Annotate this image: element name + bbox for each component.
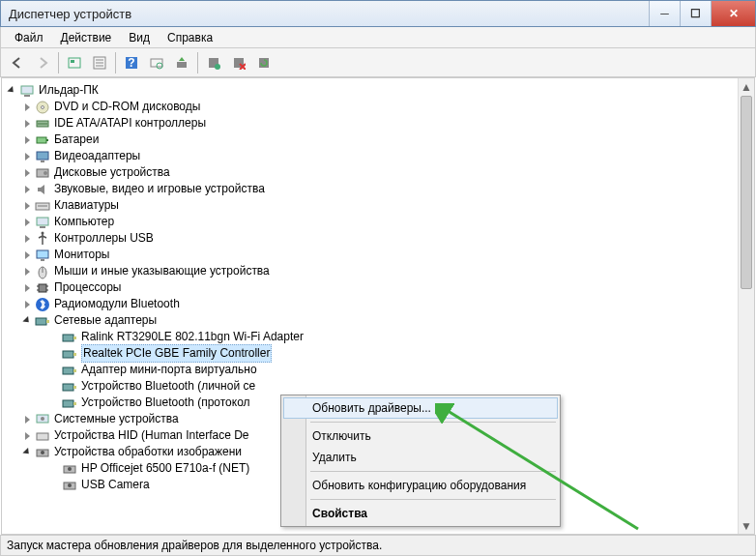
expander-icon[interactable] [21,200,33,212]
menu-file[interactable]: Файл [7,29,51,46]
tree-item[interactable]: Дисковые устройства [6,164,754,181]
menu-view[interactable]: Вид [121,29,158,46]
tree-item[interactable]: Устройство Bluetooth (личной се [6,378,754,395]
expander-icon[interactable] [21,315,33,327]
properties-button[interactable] [88,51,111,74]
ctx-delete[interactable]: Удалить [283,447,558,468]
tree-item[interactable]: Realtek PCIe GBE Family Controller [6,345,754,362]
expander-icon[interactable] [21,447,33,458]
scroll-thumb[interactable] [741,96,752,289]
svg-point-18 [42,105,44,108]
svg-rect-45 [73,337,76,339]
svg-rect-42 [36,318,46,325]
svg-rect-52 [63,400,73,407]
scroll-down-arrow[interactable]: ▼ [739,517,754,534]
svg-rect-16 [24,95,30,97]
ctx-divider [310,499,556,500]
tree-item-label: Процессоры [54,279,122,296]
svg-rect-1 [71,60,74,63]
keyboard-icon [35,198,50,214]
expander-icon[interactable] [21,184,33,195]
expander-spacer [48,348,60,360]
menu-action[interactable]: Действие [53,29,120,46]
expander-icon[interactable] [21,266,33,278]
tree-item[interactable]: Видеоадаптеры [6,148,754,164]
tree-item[interactable]: Клавиатуры [6,197,754,214]
expander-icon[interactable] [21,217,33,228]
tree-item[interactable]: Адаптер мини-порта виртуально [6,362,754,378]
svg-rect-46 [63,351,73,358]
tree-item[interactable]: Компьютер [6,214,754,230]
menu-help[interactable]: Справка [160,29,220,46]
vertical-scrollbar[interactable]: ▲ ▼ [738,78,754,534]
ctx-scan-hardware[interactable]: Обновить конфигурацию оборудования [283,475,558,496]
svg-point-12 [215,64,220,70]
back-button[interactable] [6,51,29,74]
scan-button[interactable] [145,51,168,74]
svg-rect-51 [73,386,76,389]
expander-icon[interactable] [21,233,33,245]
expander-icon[interactable] [21,134,33,146]
forward-button[interactable] [31,51,54,74]
expander-icon[interactable] [6,85,17,97]
tree-item[interactable]: IDE ATA/ATAPI контроллеры [6,115,754,132]
minimize-button[interactable]: ─ [649,1,680,26]
expander-icon[interactable] [21,282,33,294]
window-title: Диспетчер устройств [9,7,649,21]
tree-item-label: Радиомодули Bluetooth [54,296,180,312]
expander-icon[interactable] [21,299,33,310]
net-icon [62,363,77,378]
tree-item[interactable]: Мониторы [6,247,754,263]
ctx-item-label: Свойства [312,507,367,520]
refresh-button[interactable] [252,51,276,74]
ctx-update-drivers[interactable]: Обновить драйверы... [283,397,558,419]
tree-item-label: Звуковые, видео и игровые устройства [54,181,265,197]
svg-rect-32 [37,250,48,258]
context-menu: Обновить драйверы... Отключить Удалить О… [280,395,561,527]
expander-icon[interactable] [21,414,33,425]
expander-icon[interactable] [21,118,33,130]
ctx-disable[interactable]: Отключить [283,425,558,447]
maximize-button[interactable]: ☐ [680,1,711,26]
tree-item-label: Батареи [54,132,99,148]
enable-button[interactable] [202,51,225,74]
tree-item[interactable]: DVD и CD-ROM дисководы [6,99,754,115]
expander-icon[interactable] [21,249,33,261]
svg-point-60 [68,467,72,471]
tree-item[interactable]: Звуковые, видео и игровые устройства [6,181,754,197]
imaging-icon [35,445,50,460]
expander-icon[interactable] [21,102,33,113]
svg-text:?: ? [128,56,134,70]
update-driver-button[interactable] [170,51,193,74]
uninstall-button[interactable] [227,51,250,74]
tree-item-label: Видеоадаптеры [54,148,140,164]
ctx-properties[interactable]: Свойства [283,503,558,524]
tree-item[interactable]: Ralink RT3290LE 802.11bgn Wi-Fi Adapter [6,329,754,345]
svg-rect-43 [46,320,49,323]
monitor-icon [35,248,50,263]
expander-icon[interactable] [21,430,33,442]
close-button[interactable]: ✕ [711,1,755,26]
help-button[interactable]: ? [120,51,143,74]
ctx-item-label: Удалить [312,451,357,464]
expander-icon[interactable] [21,151,33,162]
tree-item-label: Устройство Bluetooth (протокол [81,395,250,411]
expander-icon[interactable] [21,167,33,179]
tree-item[interactable]: Радиомодули Bluetooth [6,296,754,312]
tree-item[interactable]: Батареи [6,132,754,148]
usb-icon [35,231,50,247]
tree-root[interactable]: Ильдар-ПК [6,82,754,99]
tree-item[interactable]: Процессоры [6,279,754,296]
svg-rect-44 [63,335,73,341]
show-hidden-button[interactable] [63,51,86,74]
computer-icon [35,215,50,230]
tree-item[interactable]: Мыши и иные указывающие устройства [6,263,754,279]
svg-rect-48 [63,367,73,374]
tree-category-label: Сетевые адаптеры [54,312,157,329]
tree-category-network[interactable]: Сетевые адаптеры [6,312,754,329]
ctx-divider [310,471,556,472]
svg-rect-36 [39,284,46,292]
scroll-up-arrow[interactable]: ▲ [739,78,754,95]
tree-item-label: Realtek PCIe GBE Family Controller [81,344,272,363]
tree-item[interactable]: Контроллеры USB [6,230,754,247]
